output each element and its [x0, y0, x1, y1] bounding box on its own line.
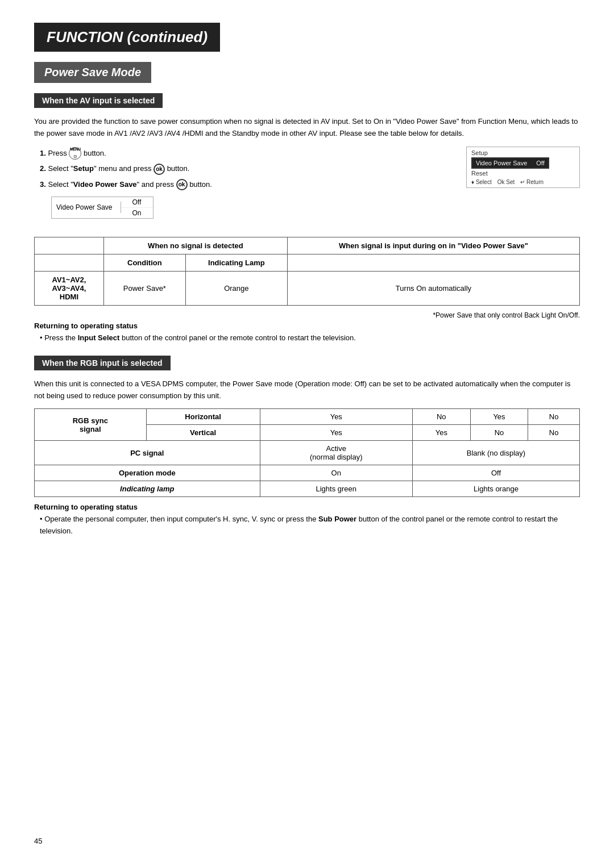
rgb-op-off: Off — [412, 465, 579, 481]
av-th-no-signal: When no signal is detected — [103, 237, 287, 254]
rgb-input-section: When the RGB input is selected When this… — [34, 356, 580, 537]
step1: 1. Press MENU ⊙ button. — [40, 147, 443, 160]
step3: 3. Select "Video Power Save" and press o… — [40, 178, 443, 191]
av-th-condition: Condition — [103, 254, 185, 271]
vps-on: On — [121, 208, 153, 218]
page-number: 45 — [34, 837, 42, 845]
menu-ui-title: Setup — [471, 149, 575, 156]
av-row1-lamp: Orange — [185, 271, 287, 305]
rgb-pc-active: Active(normal display) — [260, 441, 412, 465]
rgb-h-yes2: Yes — [470, 409, 528, 425]
vps-table: Video Power Save Off On — [51, 197, 154, 219]
rgb-lamp-label: Indicating lamp — [35, 481, 260, 497]
av-row1-signal: Turns On automatically — [287, 271, 579, 305]
rgb-returning-bullet: • Operate the personal computer, then in… — [40, 514, 580, 537]
menu-ui-box: Setup Video Power Save Off Reset ♦ Selec… — [466, 147, 580, 188]
rgb-h-no1: No — [412, 409, 470, 425]
rgb-vertical-label: Vertical — [146, 425, 260, 441]
av-input-section: When the AV input is selected You are pr… — [34, 93, 580, 344]
av-th-lamp: Indicating Lamp — [185, 254, 287, 271]
rgb-lamp-orange: Lights orange — [412, 481, 579, 497]
av-body-text: You are provided the function to save po… — [34, 116, 580, 140]
av-table: When no signal is detected When signal i… — [34, 237, 580, 306]
rgb-v-yes1: Yes — [260, 425, 412, 441]
ok-icon: ok — [154, 164, 165, 175]
rgb-v-yes2: Yes — [412, 425, 470, 441]
av-th-empty — [35, 237, 104, 254]
rgb-pc-blank: Blank (no display) — [412, 441, 579, 465]
rgb-v-no2: No — [528, 425, 580, 441]
rgb-sync-label: RGB syncsignal — [35, 409, 147, 441]
rgb-h-no2: No — [528, 409, 580, 425]
rgb-pc-signal-label: PC signal — [35, 441, 260, 465]
rgb-lamp-green: Lights green — [260, 481, 412, 497]
rgb-v-no1: No — [470, 425, 528, 441]
av-returning-bullet: • Press the Input Select button of the c… — [40, 332, 580, 344]
av-th-signal: When signal is input during on in "Video… — [287, 237, 579, 254]
av-subsection-title: When the AV input is selected — [34, 93, 163, 108]
rgb-body-text: When this unit is connected to a VESA DP… — [34, 378, 580, 402]
menu-ui-row-value: Off — [536, 160, 544, 166]
vps-label: Video Power Save — [52, 202, 121, 213]
av-th-empty2 — [35, 254, 104, 271]
rgb-table: RGB syncsignal Horizontal Yes No Yes No … — [34, 408, 580, 497]
menu-nav-return: ↵ Return — [520, 179, 544, 185]
av-row1-condition: Power Save* — [103, 271, 185, 305]
rgb-horizontal-label: Horizontal — [146, 409, 260, 425]
menu-ui-row-label: Video Power Save — [476, 160, 527, 166]
main-title: FUNCTION (continued) — [34, 23, 220, 52]
av-note: *Power Save that only control Back Light… — [433, 311, 580, 319]
rgb-h-yes1: Yes — [260, 409, 412, 425]
menu-ui-row2: Reset — [471, 170, 575, 177]
rgb-subsection-title: When the RGB input is selected — [34, 356, 171, 370]
step2: 2. Select "Setup" menu and press ok butt… — [40, 162, 443, 175]
section-title: Power Save Mode — [34, 62, 151, 83]
av-row1-input: AV1~AV2,AV3~AV4,HDMI — [35, 271, 104, 305]
rgb-op-on: On — [260, 465, 412, 481]
av-th-signal2 — [287, 254, 579, 271]
rgb-returning-title: Returning to operating status — [34, 503, 580, 511]
menu-icon: MENU ⊙ — [69, 147, 81, 160]
menu-nav-select: ♦ Select — [471, 179, 492, 185]
rgb-op-mode-label: Operation mode — [35, 465, 260, 481]
av-returning-title: Returning to operating status — [34, 322, 580, 330]
ok-icon2: ok — [176, 179, 188, 190]
menu-nav-set: Ok Set — [497, 179, 515, 185]
vps-off: Off — [121, 197, 153, 208]
